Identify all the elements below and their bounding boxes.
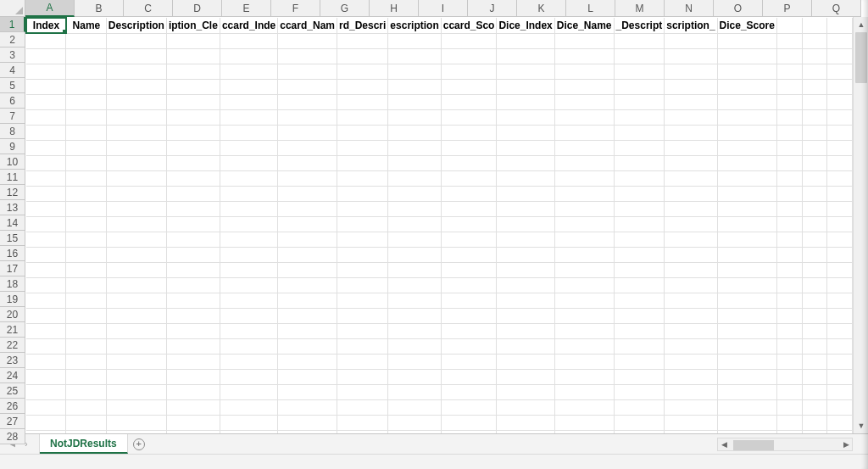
cell-I22[interactable] xyxy=(441,338,497,354)
cell-J13[interactable] xyxy=(497,201,554,216)
cell-H5[interactable] xyxy=(388,79,441,94)
cell-J25[interactable] xyxy=(497,384,554,399)
cell-C24[interactable] xyxy=(106,369,166,384)
cell-J19[interactable] xyxy=(497,293,554,308)
cell-L6[interactable] xyxy=(614,94,665,109)
cell-G26[interactable] xyxy=(337,399,387,415)
cell-M25[interactable] xyxy=(665,384,717,399)
cell-O8[interactable] xyxy=(776,125,802,140)
cell-E27[interactable] xyxy=(220,415,277,430)
cell-A13[interactable] xyxy=(26,201,66,216)
cell-N14[interactable] xyxy=(717,216,776,232)
cell-C8[interactable] xyxy=(106,125,166,140)
cell-D27[interactable] xyxy=(166,415,220,430)
cell-M14[interactable] xyxy=(665,216,717,232)
cell-J1[interactable]: Dice_Index xyxy=(497,18,554,33)
sheet-tab-active[interactable]: NotJDResults xyxy=(40,434,128,454)
cell-P19[interactable] xyxy=(802,293,827,308)
cell-M8[interactable] xyxy=(665,125,717,140)
cell-C18[interactable] xyxy=(106,277,166,293)
cell-G13[interactable] xyxy=(337,201,387,216)
column-header-P[interactable]: P xyxy=(763,0,812,17)
cell-A22[interactable] xyxy=(26,338,66,354)
row-header-1[interactable]: 1 xyxy=(0,17,25,32)
cell-H20[interactable] xyxy=(388,308,441,323)
cell-I9[interactable] xyxy=(441,140,497,155)
cell-D10[interactable] xyxy=(166,155,220,170)
cell-M4[interactable] xyxy=(665,64,717,79)
cell-C13[interactable] xyxy=(106,201,166,216)
cell-L12[interactable] xyxy=(614,186,665,201)
row-header-27[interactable]: 27 xyxy=(0,414,25,429)
cell-M10[interactable] xyxy=(665,155,717,170)
cell-E21[interactable] xyxy=(220,323,277,338)
cell-K19[interactable] xyxy=(554,293,614,308)
cell-H19[interactable] xyxy=(388,293,441,308)
cell-I13[interactable] xyxy=(441,201,497,216)
cell-B9[interactable] xyxy=(66,140,106,155)
cell-F16[interactable] xyxy=(278,247,337,262)
cell-O3[interactable] xyxy=(776,48,802,64)
cell-N21[interactable] xyxy=(717,323,776,338)
cell-J3[interactable] xyxy=(497,48,554,64)
cell-K2[interactable] xyxy=(554,33,614,48)
cell-P7[interactable] xyxy=(802,109,827,125)
cell-L17[interactable] xyxy=(614,262,665,277)
cell-Q10[interactable] xyxy=(827,155,853,170)
cell-B22[interactable] xyxy=(66,338,106,354)
cell-B5[interactable] xyxy=(66,79,106,94)
cell-B2[interactable] xyxy=(66,33,106,48)
cell-I15[interactable] xyxy=(441,232,497,247)
cell-D16[interactable] xyxy=(166,247,220,262)
cell-J5[interactable] xyxy=(497,79,554,94)
cell-M20[interactable] xyxy=(665,308,717,323)
cell-Q2[interactable] xyxy=(827,33,853,48)
cell-C1[interactable]: Description xyxy=(106,18,166,33)
cell-F8[interactable] xyxy=(278,125,337,140)
cell-O25[interactable] xyxy=(776,384,802,399)
scroll-left-arrow-icon[interactable]: ◀ xyxy=(717,440,731,449)
column-header-M[interactable]: M xyxy=(615,0,665,17)
cell-O27[interactable] xyxy=(776,415,802,430)
cell-P26[interactable] xyxy=(802,399,827,415)
cell-K17[interactable] xyxy=(554,262,614,277)
cell-B16[interactable] xyxy=(66,247,106,262)
cell-B8[interactable] xyxy=(66,125,106,140)
cell-N7[interactable] xyxy=(717,109,776,125)
cell-D22[interactable] xyxy=(166,338,220,354)
cell-O13[interactable] xyxy=(776,201,802,216)
cell-O15[interactable] xyxy=(776,232,802,247)
cell-J2[interactable] xyxy=(497,33,554,48)
column-header-J[interactable]: J xyxy=(468,0,517,17)
cell-G14[interactable] xyxy=(337,216,387,232)
cell-J4[interactable] xyxy=(497,64,554,79)
cell-J9[interactable] xyxy=(497,140,554,155)
cell-P2[interactable] xyxy=(802,33,827,48)
cell-M2[interactable] xyxy=(665,33,717,48)
cell-O14[interactable] xyxy=(776,216,802,232)
cell-Q25[interactable] xyxy=(827,384,853,399)
cell-M21[interactable] xyxy=(665,323,717,338)
cell-H9[interactable] xyxy=(388,140,441,155)
row-header-12[interactable]: 12 xyxy=(0,185,25,200)
cell-N15[interactable] xyxy=(717,232,776,247)
cell-I5[interactable] xyxy=(441,79,497,94)
column-header-K[interactable]: K xyxy=(517,0,566,17)
cell-D23[interactable] xyxy=(166,354,220,369)
scroll-up-arrow-icon[interactable]: ▲ xyxy=(854,17,868,32)
cell-L19[interactable] xyxy=(614,293,665,308)
cell-Q23[interactable] xyxy=(827,354,853,369)
cell-grid[interactable]: IndexNameDescriptioniption_Cleccard_Inde… xyxy=(25,17,853,433)
horizontal-scroll-thumb[interactable] xyxy=(733,440,774,450)
cell-J6[interactable] xyxy=(497,94,554,109)
cell-B1[interactable]: Name xyxy=(66,18,106,33)
cell-L21[interactable] xyxy=(614,323,665,338)
cell-G10[interactable] xyxy=(337,155,387,170)
cell-L4[interactable] xyxy=(614,64,665,79)
cell-C5[interactable] xyxy=(106,79,166,94)
cell-D26[interactable] xyxy=(166,399,220,415)
cell-C15[interactable] xyxy=(106,232,166,247)
cell-K20[interactable] xyxy=(554,308,614,323)
cell-L14[interactable] xyxy=(614,216,665,232)
cell-C17[interactable] xyxy=(106,262,166,277)
